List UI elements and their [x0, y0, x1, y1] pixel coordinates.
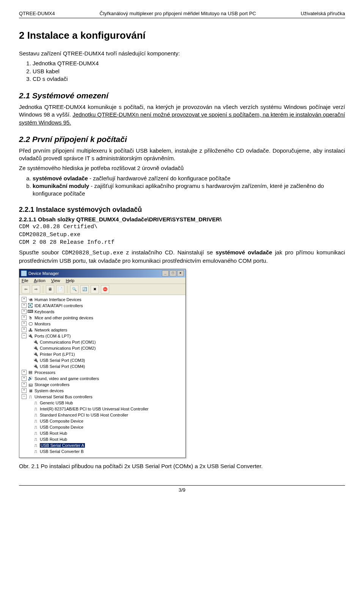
component-item-2: USB kabel	[33, 68, 345, 75]
toolbar-sep	[43, 286, 43, 293]
mouse-icon: 🖱	[28, 315, 33, 320]
driver-b-bold: komunikační moduly	[33, 183, 89, 189]
tree-item-intel-host[interactable]: ⎍Intel(R) 82371AB/EB PCI to USB Universa…	[22, 406, 183, 412]
component-item-3: CD s ovladači	[33, 75, 345, 83]
install-instructions: Spusťte soubor CDM20828_Setup.exe z inst…	[19, 249, 345, 265]
usb-device-icon: ⎍	[33, 406, 38, 412]
tree-item-converter-a[interactable]: ⎍USB Serial Converter A	[22, 442, 183, 448]
port-icon: 🔌	[33, 358, 38, 363]
show-icon[interactable]: 🖥	[46, 285, 54, 293]
menu-help[interactable]: Help	[66, 278, 75, 283]
tree-item-com2[interactable]: 🔌Communications Port (COM2)	[22, 345, 183, 351]
tree-item-generic-hub[interactable]: ⎍Generic USB Hub	[22, 400, 183, 406]
tree-item-mice[interactable]: +🖱Mice and other pointing devices	[22, 315, 183, 321]
tree-item-ports[interactable]: −🔌Ports (COM & LPT)	[22, 333, 183, 339]
port-icon: 🔌	[33, 352, 38, 357]
dm-titlebar[interactable]: Device Manager _ □ ×	[19, 269, 185, 278]
toolbar-sep	[67, 286, 67, 293]
monitor-icon: 🖵	[28, 321, 33, 327]
driver-level-b: komunikační moduly - zajišťují komunikac…	[33, 182, 345, 198]
s22-p1: Před prvním připojení multiplexeru k poč…	[19, 147, 345, 163]
storage-icon: 🖴	[28, 382, 33, 387]
disable-icon[interactable]: ⛔	[101, 285, 109, 293]
ports-icon: 🔌	[28, 333, 33, 339]
section-2-title: 2 Instalace a konfigurování	[19, 30, 345, 41]
header-center: Čtyřkanálový multiplexer pro připojení m…	[55, 11, 301, 16]
page-header: QTREE-DUMX4 Čtyřkanálový multiplexer pro…	[19, 11, 345, 16]
driver-level-list: systémové ovladače - začleňují hardwarov…	[33, 175, 345, 198]
uninstall-icon[interactable]: ✖	[91, 285, 99, 293]
tree-item-composite-2[interactable]: ⎍USB Composite Device	[22, 424, 183, 430]
usb-icon: ⎍	[28, 394, 33, 399]
scan-icon[interactable]: 🔍	[70, 285, 78, 293]
driver-a-bold: systémové ovladače	[33, 175, 88, 181]
network-icon: 🖧	[28, 327, 33, 333]
usb-device-icon: ⎍	[33, 449, 38, 454]
tree-item-usb-com4[interactable]: 🔌USB Serial Port (COM4)	[22, 363, 183, 369]
tree-item-hid[interactable]: +🖲Human Interface Devices	[22, 297, 183, 303]
tree-item-keyboards[interactable]: +⌨Keyboards	[22, 309, 183, 315]
component-list: Jednotka QTREE-DUMX4 USB kabel CD s ovla…	[33, 60, 345, 83]
tree-item-ide[interactable]: +💽IDE ATA/ATAPI controllers	[22, 303, 183, 309]
tree-item-converter-b[interactable]: ⎍USB Serial Converter B	[22, 448, 183, 454]
s22-p2: Ze systémového hlediska je potřeba rozli…	[19, 164, 345, 172]
header-right: Uživatelská příručka	[301, 11, 345, 16]
tree-item-processors[interactable]: +▤Processors	[22, 369, 183, 375]
menu-action[interactable]: Action	[34, 278, 46, 283]
tree-item-std-host[interactable]: ⎍Standard Enhanced PCI to USB Host Contr…	[22, 412, 183, 418]
figure-2-1-caption: Obr. 2.1 Po instalaci přibudou na počíta…	[19, 462, 345, 470]
tree-item-network[interactable]: +🖧Network adapters	[22, 327, 183, 333]
device-tree[interactable]: +🖲Human Interface Devices +💽IDE ATA/ATAP…	[19, 295, 185, 458]
section-2-2-1-1-title: 2.2.1.1 Obsah složky QTREE_DUMX4_Ovladač…	[19, 216, 345, 222]
port-icon: 🔌	[33, 364, 38, 369]
menu-view[interactable]: View	[51, 278, 60, 283]
section-2-2-1-title: 2.2.1 Instalace systémových ovladačů	[19, 206, 345, 214]
tree-item-monitors[interactable]: +🖵Monitors	[22, 321, 183, 327]
back-button[interactable]: ⇦	[22, 285, 30, 293]
usb-device-icon: ⎍	[33, 400, 38, 405]
keyboard-icon: ⌨	[28, 309, 33, 314]
ide-icon: 💽	[28, 303, 33, 308]
inst-b: z instalačního CD. Nainstalují se	[123, 249, 216, 256]
section-2-1-title: 2.1 Systémové omezení	[19, 91, 345, 100]
page-number: 3/9	[19, 487, 345, 493]
folder-line-2: CDM20828_Setup.exe	[19, 231, 345, 239]
close-button[interactable]: ×	[177, 270, 184, 276]
minimize-button[interactable]: _	[162, 270, 169, 276]
usb-device-icon: ⎍	[33, 412, 38, 418]
usb-device-icon: ⎍	[33, 418, 38, 424]
port-icon: 🔌	[33, 339, 38, 345]
update-icon[interactable]: 🔄	[80, 285, 89, 293]
tree-item-composite-1[interactable]: ⎍USB Composite Device	[22, 418, 183, 424]
tree-item-root-hub-1[interactable]: ⎍USB Root Hub	[22, 430, 183, 436]
component-item-1: Jednotka QTREE-DUMX4	[33, 60, 345, 67]
folder-line-3: CDM 2 08 28 Release Info.rtf	[19, 239, 345, 246]
usb-device-icon: ⎍	[33, 443, 38, 448]
hid-icon: 🖲	[28, 297, 33, 302]
usb-device-icon: ⎍	[33, 424, 38, 430]
tree-item-root-hub-2[interactable]: ⎍USB Root Hub	[22, 436, 183, 442]
inst-bold: systémové ovladače	[216, 249, 272, 256]
forward-button[interactable]: ⇨	[32, 285, 40, 293]
properties-icon[interactable]: 📄	[56, 285, 64, 293]
tree-item-storage[interactable]: +🖴Storage controllers	[22, 382, 183, 388]
dm-title: Device Manager	[28, 271, 59, 276]
tree-item-com1[interactable]: 🔌Communications Port (COM1)	[22, 339, 183, 345]
inst-code: CDM20828_Setup.exe	[62, 250, 123, 256]
menu-file[interactable]: File	[22, 278, 28, 283]
sound-icon: 🔊	[28, 376, 33, 381]
device-manager-window: Device Manager _ □ × File Action View He…	[19, 269, 186, 458]
tree-item-system[interactable]: +🖥System devices	[22, 388, 183, 394]
inst-a: Spusťte soubor	[19, 249, 62, 256]
tree-item-lpt1[interactable]: 🔌Printer Port (LPT1)	[22, 351, 183, 357]
dm-toolbar: ⇦ ⇨ 🖥 📄 🔍 🔄 ✖ ⛔	[19, 284, 185, 295]
system-icon: 🖥	[28, 388, 33, 393]
maximize-button[interactable]: □	[169, 270, 176, 276]
tree-item-usb-controllers[interactable]: −⎍Universal Serial Bus controllers	[22, 394, 183, 400]
tree-item-usb-com3[interactable]: 🔌USB Serial Port (COM3)	[22, 357, 183, 363]
folder-line-1: CDM v2.08.28 Certified\	[19, 223, 345, 231]
footer-rule	[19, 485, 345, 486]
tree-item-sound[interactable]: +🔊Sound, video and game controllers	[22, 375, 183, 382]
folder-listing: CDM v2.08.28 Certified\ CDM20828_Setup.e…	[19, 223, 345, 246]
section-2-2-title: 2.2 První připojení k počítači	[19, 135, 345, 144]
